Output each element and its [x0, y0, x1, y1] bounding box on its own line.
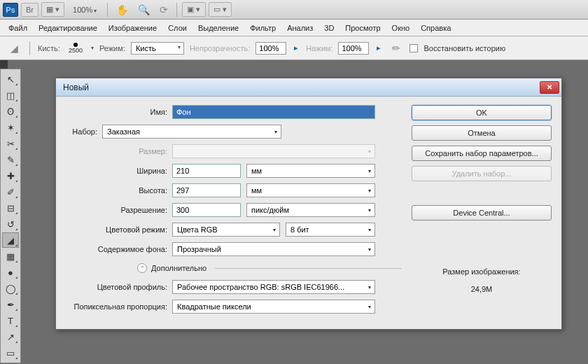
zoom-icon[interactable]: 🔍 [134, 4, 153, 15]
menu-file[interactable]: Файл [8, 24, 27, 32]
gradient-tool[interactable]: ▦ [2, 248, 19, 264]
image-size-label: Размер изображения: [412, 267, 552, 276]
menu-image[interactable]: Изображение [108, 24, 157, 32]
size-select [172, 144, 375, 158]
profile-label: Цветовой профиль: [66, 283, 172, 291]
zoom-dropdown[interactable]: 100% [67, 4, 102, 16]
height-input[interactable] [172, 183, 241, 197]
dialog-title: Новый [63, 83, 540, 92]
menu-layers[interactable]: Слои [168, 24, 187, 32]
color-mode-select[interactable]: Цвета RGB [172, 223, 280, 237]
heal-tool[interactable]: ✚ [2, 168, 19, 183]
separator [176, 3, 177, 17]
name-input[interactable] [172, 105, 375, 119]
hand-icon[interactable]: ✋ [113, 4, 132, 15]
stamp-tool[interactable]: ⊟ [2, 200, 19, 216]
brush-tool[interactable]: ✐ [2, 184, 19, 200]
height-label: Высота: [66, 186, 172, 195]
eraser-tool[interactable]: ◢ [2, 232, 19, 248]
lasso-tool[interactable]: ʘ [2, 104, 19, 119]
dialog-titlebar[interactable]: Новый ✕ [56, 78, 561, 97]
device-central-button[interactable]: Device Central... [412, 205, 552, 220]
brush-preview[interactable]: 2500 [66, 43, 85, 54]
shape-tool[interactable]: ▭ [2, 345, 19, 360]
type-tool[interactable]: T [2, 313, 19, 328]
resolution-label: Разрешение: [66, 206, 172, 214]
menu-analysis[interactable]: Анализ [287, 24, 313, 32]
flow-arrow-icon[interactable]: ▸ [374, 43, 383, 52]
dialog-sidebar: OK Отмена Сохранить набор параметров... … [412, 105, 552, 319]
ps-logo: Ps [3, 3, 18, 17]
opacity-label: Непрозрачность: [190, 44, 250, 52]
wand-tool[interactable]: ✶ [2, 120, 19, 135]
bg-label: Содержимое фона: [66, 245, 172, 253]
width-label: Ширина: [66, 167, 172, 175]
advanced-label: Дополнительно [151, 264, 206, 272]
rotate-icon[interactable]: ⟳ [156, 4, 172, 15]
panel-grip[interactable] [0, 60, 8, 69]
flow-input[interactable]: 100% [338, 42, 369, 55]
marquee-tool[interactable]: ◫ [2, 88, 19, 103]
cancel-button[interactable]: Отмена [412, 125, 552, 141]
tool-strip: ↖ ◫ ʘ ✶ ✂ ✎ ✚ ✐ ⊟ ↺ ◢ ▦ ● ◯ ✒ T ↗ ▭ [0, 69, 21, 363]
aspect-label: Попиксельная пропорция: [66, 302, 172, 311]
height-unit-select[interactable]: мм [246, 183, 375, 197]
opacity-input[interactable]: 100% [255, 42, 286, 55]
menu-filter[interactable]: Фильтр [250, 24, 276, 32]
separator [29, 41, 30, 55]
opacity-arrow-icon[interactable]: ▸ [292, 43, 300, 52]
airbrush-icon[interactable]: ✏ [388, 43, 404, 54]
menu-bar: Файл Редактирование Изображение Слои Выд… [0, 20, 588, 36]
profile-select[interactable]: Рабочее пространство RGB: sRGB IEC61966.… [172, 280, 375, 294]
menu-select[interactable]: Выделение [198, 24, 239, 32]
film-icon[interactable]: ▦ ▾ [41, 2, 64, 17]
eyedropper-tool[interactable]: ✎ [2, 152, 19, 167]
crop-tool[interactable]: ✂ [2, 136, 19, 151]
eraser-icon[interactable]: ◢ [7, 43, 22, 54]
app-top-bar: Ps Br ▦ ▾ 100% ✋ 🔍 ⟳ ▣ ▾ ▭ ▾ [0, 0, 588, 20]
mode-select[interactable]: Кисть [131, 42, 184, 55]
arrange-icon[interactable]: ▣ ▾ [182, 2, 205, 17]
save-preset-button[interactable]: Сохранить набор параметров... [412, 146, 552, 161]
restore-label: Восстановить историю [424, 44, 505, 52]
menu-view[interactable]: Просмотр [345, 24, 380, 32]
resolution-unit-select[interactable]: пикс/дюйм [246, 203, 375, 217]
width-unit-select[interactable]: мм [246, 164, 375, 178]
preset-select[interactable]: Заказная [102, 125, 281, 139]
width-input[interactable] [172, 164, 241, 178]
advanced-toggle[interactable]: ⌃ Дополнительно [137, 263, 402, 273]
move-tool[interactable]: ↖ [2, 71, 19, 87]
color-mode-label: Цветовой режим: [66, 225, 172, 234]
dialog-form: Имя: Набор: Заказная Размер: Ширина: мм … [66, 105, 402, 319]
history-brush-tool[interactable]: ↺ [2, 216, 19, 232]
bg-select[interactable]: Прозрачный [172, 242, 375, 256]
bit-depth-select[interactable]: 8 бит [286, 223, 375, 237]
chevron-down-icon[interactable]: ▾ [91, 45, 94, 51]
pen-tool[interactable]: ✒ [2, 297, 19, 312]
brush-label: Кисть: [38, 44, 60, 52]
menu-edit[interactable]: Редактирование [38, 24, 97, 32]
resolution-input[interactable] [172, 203, 241, 217]
aspect-select[interactable]: Квадратные пиксели [172, 300, 375, 314]
bridge-button[interactable]: Br [21, 3, 38, 17]
brush-size-value: 2500 [66, 47, 85, 54]
options-bar: ◢ Кисть: 2500 ▾ Режим: Кисть Непрозрачно… [0, 36, 588, 60]
blur-tool[interactable]: ● [2, 265, 19, 280]
path-tool[interactable]: ↗ [2, 329, 19, 344]
menu-window[interactable]: Окно [392, 24, 410, 32]
mode-label: Режим: [99, 44, 125, 52]
delete-preset-button: Удалить набор... [412, 166, 552, 181]
divider [215, 268, 402, 269]
size-label: Размер: [66, 147, 172, 155]
menu-help[interactable]: Справка [421, 24, 451, 32]
close-button[interactable]: ✕ [540, 81, 559, 94]
name-label: Имя: [66, 108, 172, 116]
image-size-value: 24,9M [412, 285, 552, 293]
separator [107, 3, 108, 17]
restore-checkbox[interactable] [410, 44, 418, 52]
menu-3d[interactable]: 3D [324, 24, 334, 32]
chevron-up-icon: ⌃ [137, 263, 147, 273]
dodge-tool[interactable]: ◯ [2, 281, 19, 296]
ok-button[interactable]: OK [412, 105, 552, 120]
screen-mode-icon[interactable]: ▭ ▾ [209, 2, 232, 17]
